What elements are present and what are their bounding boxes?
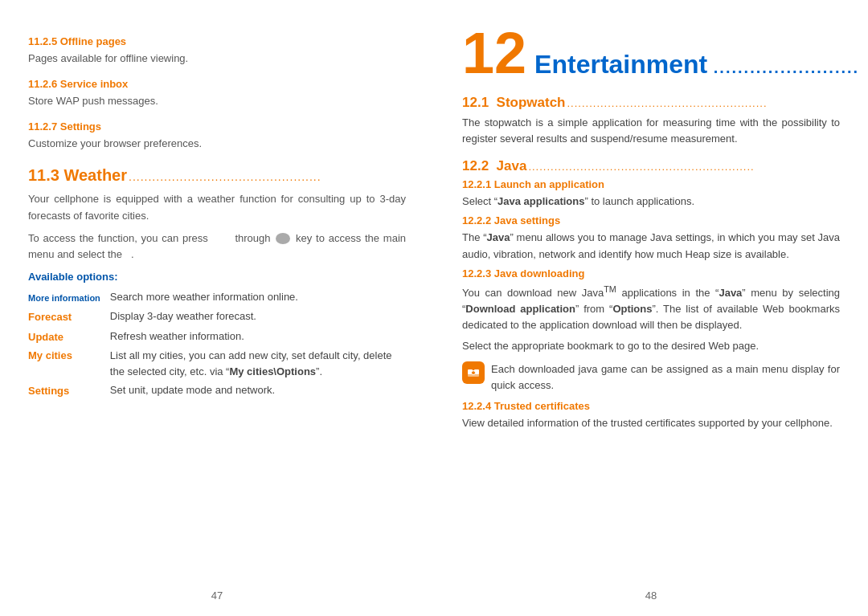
chapter-heading-12: 12 Entertainment .......................… (462, 24, 840, 82)
option-more-info: More information Search more weather inf… (28, 288, 406, 308)
section-title-12-2-4: 12.2.4 Trusted certificates (462, 400, 840, 412)
option-update: Update Refresh weather information. (28, 327, 406, 347)
right-page: 12 Entertainment .......................… (434, 0, 868, 616)
section-title-12-2-3: 12.2.3 Java downloading (462, 267, 840, 279)
java-game-icon (462, 361, 485, 384)
section-name-stopwatch: Stopwatch (497, 95, 566, 111)
section-11-2-6: 11.2.6 Service inbox Store WAP push mess… (28, 78, 406, 109)
section-text-11-2-6: Store WAP push messages. (28, 93, 406, 109)
chapter-title-text: Entertainment (534, 50, 707, 79)
icon-row-java-game: Each downloaded java game can be assigne… (462, 361, 840, 394)
option-desc-forecast: Display 3-day weather forecast. (110, 307, 406, 327)
section-heading-12-1: 12.1 Stopwatch .........................… (462, 95, 840, 111)
section-12-2-1: 12.2.1 Launch an application Select “Jav… (462, 178, 840, 210)
section-heading-12-2: 12.2 Java ..............................… (462, 158, 840, 174)
section-name-java: Java (497, 158, 527, 174)
section-title-12-2-1: 12.2.1 Launch an application (462, 178, 840, 190)
option-settings: Settings Set unit, update mode and netwo… (28, 381, 406, 401)
section-text-12-2-3-a: You can download new JavaTM applications… (462, 283, 840, 334)
option-label-my-cities: My cities (28, 346, 110, 381)
section-dots-stopwatch: ........................................… (567, 97, 841, 109)
section-num-11-3: 11.3 (28, 166, 63, 185)
option-label-forecast: Forecast (28, 307, 110, 327)
chapter-dots: ........................ (707, 59, 859, 76)
section-title-11-2-7: 11.2.7 Settings (28, 120, 406, 133)
section-title-11-2-6: 11.2.6 Service inbox (28, 78, 406, 90)
option-my-cities: My cities List all my cities, you can ad… (28, 346, 406, 381)
option-desc-settings: Set unit, update mode and network. (110, 381, 406, 401)
section-12-2-3: 12.2.3 Java downloading You can download… (462, 267, 840, 394)
section-num-12-1: 12.1 (462, 95, 497, 111)
section-text-12-2-1: Select “Java applications” to launch app… (462, 194, 840, 210)
section-12-2-4: 12.2.4 Trusted certificates View detaile… (462, 400, 840, 431)
option-label-update: Update (28, 327, 110, 347)
weather-intro-1: Your cellphone is equipped with a weathe… (28, 191, 406, 223)
section-title-12-2-2: 12.2.2 Java settings (462, 214, 840, 226)
option-desc-more-info: Search more weather information online. (110, 288, 406, 308)
section-text-12-2-3-b: Select the appropriate bookmark to go to… (462, 338, 840, 354)
page-number-right: 48 (645, 589, 657, 602)
section-text-12-2-4: View detailed information of the trusted… (462, 415, 840, 431)
page-number-left: 47 (211, 589, 223, 602)
option-forecast: Forecast Display 3-day weather forecast. (28, 307, 406, 327)
section-11-2-7: 11.2.7 Settings Customize your browser p… (28, 120, 406, 152)
section-12-2: 12.2 Java ..............................… (462, 158, 840, 431)
java-game-icon-text: Each downloaded java game can be assigne… (491, 361, 840, 394)
section-dots-weather: ........................................… (129, 170, 406, 183)
section-heading-11-3: 11.3 Weather ...........................… (28, 166, 406, 185)
option-label-more-info: More information (28, 288, 110, 308)
option-desc-my-cities: List all my cities, you can add new city… (110, 346, 406, 381)
section-text-11-2-5: Pages available for offline viewing. (28, 51, 406, 67)
section-title-11-2-5: 11.2.5 Offline pages (28, 35, 406, 47)
section-dots-java: ........................................… (528, 161, 840, 173)
section-text-11-2-7: Customize your browser preferences. (28, 136, 406, 152)
options-label: Available options: (28, 271, 406, 283)
left-page: 11.2.5 Offline pages Pages available for… (0, 0, 434, 616)
option-label-settings: Settings (28, 381, 110, 401)
section-11-2-5: 11.2.5 Offline pages Pages available for… (28, 35, 406, 67)
section-name-weather: Weather (63, 166, 127, 185)
java-game-icon-cell (462, 361, 491, 384)
options-table: More information Search more weather inf… (28, 288, 406, 401)
section-num-12-2: 12.2 (462, 158, 497, 174)
option-desc-update: Refresh weather information. (110, 327, 406, 347)
section-12-1: 12.1 Stopwatch .........................… (462, 95, 840, 147)
chapter-num-12: 12 (462, 24, 526, 82)
puzzle-icon (466, 365, 481, 380)
section-text-12-2-2: The “Java” menu allows you to manage Jav… (462, 230, 840, 262)
weather-intro-2: To access the function, you can press th… (28, 230, 406, 263)
chapter-title-entertainment: Entertainment ........................ (534, 50, 859, 80)
section-12-2-2: 12.2.2 Java settings The “Java” menu all… (462, 214, 840, 262)
stopwatch-text: The stopwatch is a simple application fo… (462, 115, 840, 147)
